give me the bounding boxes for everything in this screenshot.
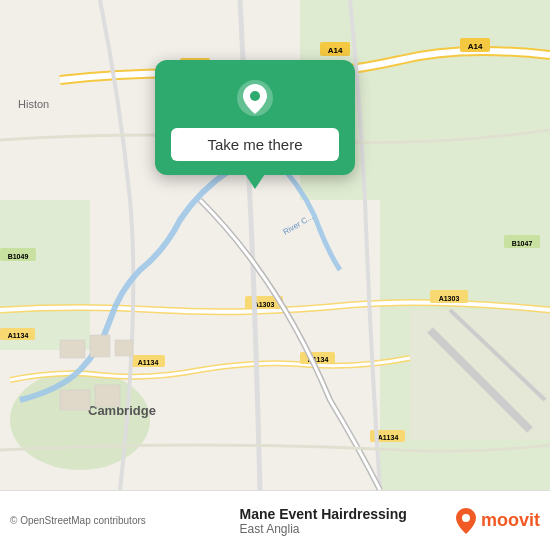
svg-text:B1049: B1049	[8, 253, 29, 260]
svg-text:Histon: Histon	[18, 98, 49, 110]
svg-rect-4	[0, 200, 90, 350]
svg-text:A1134: A1134	[378, 434, 399, 441]
svg-point-39	[250, 91, 260, 101]
moovit-logo: moovit	[455, 507, 540, 535]
business-name: Mane Event Hairdressing	[240, 506, 456, 522]
svg-rect-36	[60, 390, 90, 410]
bottom-bar: © OpenStreetMap contributors Mane Event …	[0, 490, 550, 550]
moovit-text: moovit	[481, 510, 540, 531]
popup-card: Take me there	[155, 60, 355, 175]
take-me-there-button[interactable]: Take me there	[171, 128, 339, 161]
business-region: East Anglia	[240, 522, 456, 536]
svg-point-40	[462, 514, 470, 522]
svg-text:A1303: A1303	[439, 295, 460, 302]
map-container: A14 A14 A14 A1303 A1303 A1134 A1134 A113…	[0, 0, 550, 490]
svg-rect-37	[95, 385, 120, 407]
svg-text:A14: A14	[328, 46, 343, 55]
svg-rect-33	[60, 340, 85, 358]
svg-rect-35	[115, 340, 133, 356]
svg-text:A14: A14	[468, 42, 483, 51]
map-credit: © OpenStreetMap contributors	[10, 515, 226, 526]
svg-text:B1047: B1047	[512, 240, 533, 247]
business-info: Mane Event Hairdressing East Anglia	[232, 506, 456, 536]
moovit-pin-icon	[455, 507, 477, 535]
location-pin-icon	[235, 78, 275, 118]
svg-text:A1134: A1134	[8, 332, 29, 339]
svg-rect-34	[90, 335, 110, 357]
svg-text:A1134: A1134	[138, 359, 159, 366]
